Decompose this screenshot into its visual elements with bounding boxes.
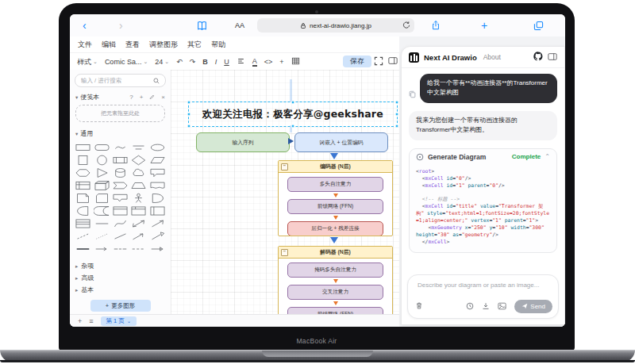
redo-icon[interactable]: ↷ (190, 58, 196, 66)
shape-container-title[interactable] (129, 205, 148, 216)
page-tab[interactable]: 第 1 页 ⌄ (101, 316, 137, 326)
shape-data-storage[interactable] (92, 205, 110, 216)
shape-cylinder[interactable] (111, 167, 129, 178)
italic-button[interactable]: I (215, 58, 217, 66)
shape-trapezoid[interactable] (129, 179, 148, 191)
selection-handle[interactable] (291, 125, 295, 128)
address-bar[interactable]: next-ai-drawio.jiang.jp (257, 18, 414, 33)
clear-icon[interactable] (415, 299, 423, 313)
sidebar-section-advanced[interactable]: ▸高级 (75, 272, 165, 284)
scratchpad-help-icon[interactable]: ? (129, 94, 133, 101)
menu-item-extras[interactable]: 其它 (187, 40, 202, 50)
shape-cloud[interactable] (129, 167, 148, 178)
shape-curve[interactable] (111, 217, 129, 229)
menu-item-edit[interactable]: 编辑 (102, 40, 116, 50)
shape-bidirectional-arrow[interactable] (129, 217, 148, 229)
shape-hexagon[interactable] (74, 167, 92, 178)
panel-toggle-icon[interactable] (548, 50, 557, 64)
back-button[interactable]: ‹ (83, 14, 87, 36)
shape-or[interactable] (148, 192, 167, 204)
encoder-container[interactable]: − 编码器 (N层) 多头自注意力前馈网络 (FFN)层归一化 + 残差连接 (278, 160, 393, 236)
shape-parallelogram[interactable] (148, 154, 167, 166)
image-icon[interactable] (498, 299, 506, 313)
shape-container-side[interactable] (148, 205, 167, 216)
selection-handle[interactable] (187, 125, 191, 128)
decoder-step-2[interactable]: 交叉注意力 (287, 285, 383, 300)
selection-handle[interactable] (187, 101, 191, 105)
underline-button[interactable]: U (224, 58, 229, 66)
scratchpad-edit-icon[interactable] (149, 94, 155, 101)
download-icon[interactable] (482, 299, 490, 313)
tool-card-header[interactable]: Generate Diagram Complete ⌃ (410, 149, 556, 165)
general-section-header[interactable]: ▾ 通用 (75, 129, 165, 138)
shape-note[interactable] (74, 192, 92, 204)
insert-icon[interactable]: + (279, 58, 283, 66)
selection-handle[interactable] (291, 101, 295, 105)
table-icon[interactable] (291, 57, 300, 67)
shape-diamond[interactable] (129, 154, 148, 166)
github-icon[interactable] (533, 50, 543, 64)
shape-circle[interactable] (92, 154, 110, 166)
undo-icon[interactable]: ↶ (176, 58, 183, 66)
bookmarks-icon[interactable] (197, 14, 207, 36)
new-tab-button[interactable]: + (481, 14, 487, 36)
shape-arrow-up-right-2[interactable] (148, 230, 167, 242)
shape-rounded-rectangle[interactable] (92, 141, 110, 153)
collapse-chevron-icon[interactable]: ⌃ (545, 153, 550, 160)
send-button[interactable]: Send (514, 300, 552, 313)
collapse-icon[interactable]: − (281, 163, 288, 171)
encoder-step-3[interactable]: 层归一化 + 残差连接 (287, 221, 383, 236)
shape-arrow-right[interactable] (92, 243, 110, 255)
history-icon[interactable] (466, 299, 474, 313)
more-shapes-button[interactable]: + 更多图形 (90, 300, 151, 312)
decoder-step-1[interactable]: 掩码多头自注意力 (287, 262, 383, 278)
selection-handle[interactable] (395, 101, 399, 105)
forward-button[interactable]: › (119, 14, 123, 36)
shape-diagonal-arrow[interactable] (148, 217, 167, 229)
font-size-dropdown[interactable]: 24⌄ (155, 58, 169, 66)
scratchpad-dropzone[interactable]: 把元素拖至此处 (75, 105, 165, 122)
pages-menu-icon[interactable]: ≡ (89, 317, 93, 325)
font-dropdown[interactable]: Comic Sa...⌄ (105, 58, 148, 66)
encoder-step-1[interactable]: 多头自注意力 (287, 177, 383, 192)
shape-bold-link[interactable] (74, 243, 92, 255)
save-button[interactable]: 保存 (343, 56, 371, 67)
menu-item-view[interactable]: 查看 (125, 40, 140, 50)
reload-icon[interactable] (402, 21, 410, 31)
shape-dotted-line[interactable] (92, 230, 110, 242)
node-input-sequence[interactable]: 输入序列 (196, 132, 290, 152)
selected-title-node[interactable]: 欢迎关注电报：极客分享@geekshare (188, 102, 398, 127)
selection-handle[interactable] (187, 113, 191, 117)
selection-handle[interactable] (395, 125, 399, 128)
shape-link[interactable] (111, 243, 129, 255)
style-dropdown[interactable]: 样式⌄ (77, 57, 98, 67)
shape-dashed-line[interactable] (74, 230, 92, 242)
shape-tape[interactable] (148, 179, 167, 191)
fullscreen-icon[interactable] (374, 56, 383, 67)
share-icon[interactable] (431, 14, 441, 36)
shape-container[interactable] (111, 205, 129, 216)
tabs-icon[interactable] (533, 14, 544, 36)
scratchpad-header[interactable]: ▾ 便笺本 ? + × (75, 93, 165, 102)
shape-search-input[interactable] (79, 76, 151, 85)
shape-internal-storage[interactable] (74, 179, 92, 191)
sidebar-section-basic[interactable]: ▸基本 (75, 284, 165, 296)
shape-triangle[interactable] (92, 167, 110, 178)
decoder-container[interactable]: − 解码器 (N层) 掩码多头自注意力交叉注意力前馈网络 (FFN) (278, 246, 393, 315)
shape-text[interactable] (111, 141, 129, 153)
shape-directional-link[interactable] (148, 243, 167, 255)
menu-item-arrange[interactable]: 调整图形 (149, 40, 178, 50)
bold-button[interactable]: B (202, 58, 208, 66)
format-panel-toggle-icon[interactable] (388, 56, 398, 67)
align-icon[interactable] (237, 57, 245, 67)
about-link[interactable]: About (483, 53, 501, 61)
node-embedding[interactable]: 词嵌入 + 位置编码 (294, 132, 388, 152)
shape-callout[interactable] (148, 167, 167, 178)
sidebar-section-misc[interactable]: ▸杂项 (75, 260, 165, 272)
diagram-canvas[interactable]: 欢迎关注电报：极客分享@geekshare 输入序列 词嵌入 + 位置编码 − … (171, 70, 399, 315)
scratchpad-close-icon[interactable]: × (161, 94, 165, 101)
shape-line[interactable] (92, 217, 110, 229)
copy-icon[interactable] (409, 87, 416, 102)
shape-and[interactable] (74, 205, 92, 216)
shape-process[interactable] (111, 154, 129, 166)
